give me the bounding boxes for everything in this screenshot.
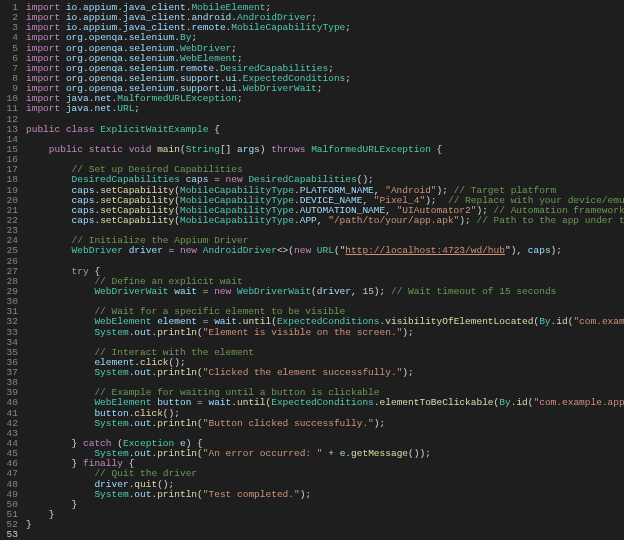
code-line[interactable] — [26, 257, 624, 267]
code-line[interactable]: } — [26, 520, 624, 530]
code-line[interactable] — [26, 530, 624, 540]
code-line[interactable]: System.out.println("Clicked the element … — [26, 368, 624, 378]
line-number-gutter: 1 2 3 4 5 6 7 8 9 10 11 12 13 14 15 16 1… — [0, 0, 26, 540]
code-line[interactable]: System.out.println("Test completed."); — [26, 490, 624, 500]
line-number: 18 — [0, 175, 18, 185]
code-line[interactable]: } — [26, 500, 624, 510]
line-number: 25 — [0, 246, 18, 256]
line-number: 53 — [0, 530, 18, 540]
code-line[interactable]: public class ExplicitWaitExample { — [26, 125, 624, 135]
line-number: 32 — [0, 317, 18, 327]
code-line[interactable]: WebDriver driver = new AndroidDriver<>(n… — [26, 246, 624, 256]
code-line[interactable]: import java.net.URL; — [26, 104, 624, 114]
code-area[interactable]: import io.appium.java_client.MobileEleme… — [26, 0, 624, 540]
code-line[interactable]: caps.setCapability(MobileCapabilityType.… — [26, 216, 624, 226]
code-line[interactable]: public static void main(String[] args) t… — [26, 145, 624, 155]
code-editor[interactable]: 1 2 3 4 5 6 7 8 9 10 11 12 13 14 15 16 1… — [0, 0, 624, 540]
code-line[interactable]: } — [26, 510, 624, 520]
code-line[interactable]: System.out.println("Button clicked succe… — [26, 419, 624, 429]
code-line[interactable]: WebDriverWait wait = new WebDriverWait(d… — [26, 287, 624, 297]
code-line[interactable]: System.out.println("Element is visible o… — [26, 328, 624, 338]
